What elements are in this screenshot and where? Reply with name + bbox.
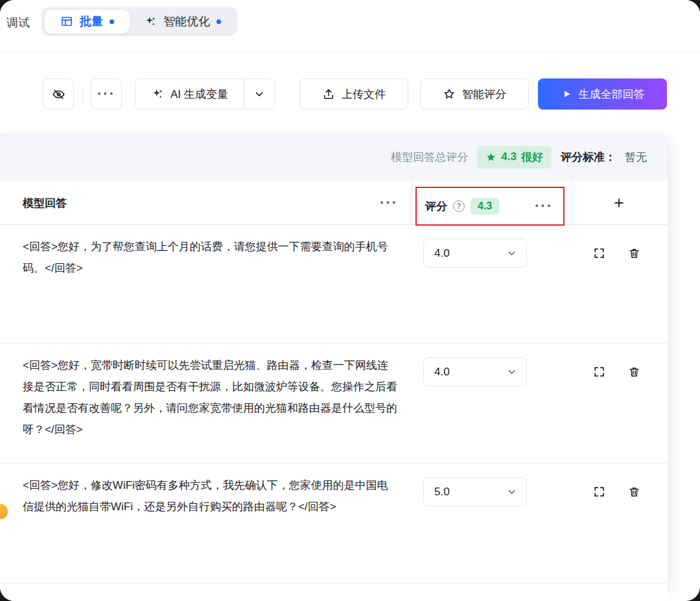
tab-debug[interactable]: 调试 — [6, 15, 30, 30]
table-row: <回答>您好，修改WiFi密码有多种方式，我先确认下，您家使用的是中国电信提供的… — [0, 464, 668, 583]
score-dropdown[interactable]: 5.0 — [423, 477, 527, 506]
help-icon[interactable]: ? — [453, 200, 465, 212]
star-filled-icon — [485, 152, 496, 163]
sparkle-icon — [144, 15, 157, 28]
ai-generate-label: AI 生成变量 — [170, 87, 228, 102]
criteria-label: 评分标准： — [561, 150, 616, 165]
total-score-text: 很好 — [521, 150, 543, 165]
smart-score-button[interactable]: 智能评分 — [420, 78, 529, 110]
generate-all-button[interactable]: 生成全部回答 — [538, 78, 667, 110]
upload-file-button[interactable]: 上传文件 — [299, 78, 408, 110]
score-dropdown[interactable]: 4.0 — [423, 239, 527, 268]
delete-row-button[interactable] — [626, 245, 642, 261]
delete-row-button[interactable] — [626, 484, 642, 499]
chevron-down-icon — [506, 248, 517, 259]
add-column-button[interactable] — [611, 194, 627, 211]
plus-icon — [612, 196, 625, 209]
tab-batch[interactable]: 批量 — [45, 10, 130, 34]
tab-optimize[interactable]: 智能优化 — [131, 10, 234, 34]
upload-file-label: 上传文件 — [342, 87, 386, 102]
total-score-label: 模型回答总评分 — [391, 150, 468, 165]
score-column-more-button[interactable]: ··· — [535, 198, 553, 215]
chevron-down-icon — [506, 366, 517, 377]
expand-row-button[interactable] — [591, 484, 607, 499]
top-tab-bar: 调试 批量 智能优化 — [0, 0, 700, 53]
expand-row-button[interactable] — [591, 364, 607, 379]
eye-off-icon — [52, 88, 65, 101]
model-answer-cell[interactable]: <回答>您好，修改WiFi密码有多种方式，我先确认下，您家使用的是中国电信提供的… — [23, 475, 397, 517]
sparkle-icon — [151, 88, 164, 100]
upload-icon — [322, 88, 335, 100]
table-row: <回答>您好，宽带时断时续可以先尝试重启光猫、路由器，检查一下网线连接是否正常，… — [0, 344, 668, 464]
score-dropdown[interactable]: 4.0 — [423, 357, 527, 386]
model-answer-cell[interactable]: <回答>您好，宽带时断时续可以先尝试重启光猫、路由器，检查一下网线连接是否正常，… — [23, 355, 397, 440]
score-dropdown-value: 5.0 — [434, 486, 450, 499]
score-column-badge: 4.3 — [471, 198, 499, 215]
expand-row-button[interactable] — [591, 245, 607, 261]
tab-batch-label: 批量 — [80, 14, 103, 29]
chevron-down-icon — [253, 88, 265, 100]
ai-generate-button[interactable]: AI 生成变量 — [135, 79, 244, 109]
table-header-row: 模型回答 ··· — [0, 181, 668, 225]
ai-generate-split-button: AI 生成变量 — [135, 78, 275, 110]
star-icon — [443, 88, 456, 100]
hide-columns-button[interactable] — [43, 78, 74, 110]
model-answer-cell[interactable]: <回答>您好，为了帮您查询上个月的话费，请您提供一下需要查询的手机号码。</回答… — [23, 236, 397, 279]
generate-all-label: 生成全部回答 — [579, 87, 645, 102]
app-window: 调试 批量 智能优化 ··· — [0, 0, 700, 601]
score-column-header: 评分 — [425, 199, 447, 214]
delete-row-button[interactable] — [626, 364, 642, 379]
summary-band: 模型回答总评分 4.3 很好 评分标准： 暂无 — [0, 133, 668, 181]
criteria-value: 暂无 — [625, 150, 647, 165]
total-score-badge: 4.3 很好 — [477, 146, 552, 169]
answer-column-header: 模型回答 — [23, 181, 67, 225]
toolbar-divider — [82, 87, 83, 101]
ai-generate-dropdown-button[interactable] — [244, 79, 275, 109]
table-icon — [60, 15, 73, 28]
chevron-down-icon — [506, 486, 517, 497]
annotation-box-score-header: 评分 ? 4.3 ··· — [415, 187, 565, 226]
tab-group: 批量 智能优化 — [41, 6, 237, 36]
unsaved-dot — [110, 19, 114, 24]
batch-table-panel: 模型回答总评分 4.3 很好 评分标准： 暂无 模型回答 ··· 评分 ? 4.… — [0, 133, 668, 601]
smart-score-label: 智能评分 — [462, 87, 506, 102]
score-dropdown-value: 4.0 — [434, 247, 450, 260]
toolbar-more-button[interactable]: ··· — [91, 78, 122, 110]
table-row: <回答>您好，为了帮您查询上个月的话费，请您提供一下需要查询的手机号码。</回答… — [0, 225, 668, 344]
answer-column-more-button[interactable]: ··· — [380, 181, 398, 225]
score-dropdown-value: 4.0 — [434, 366, 450, 379]
play-icon — [561, 88, 572, 100]
tab-optimize-label: 智能优化 — [163, 14, 210, 29]
total-score-value: 4.3 — [501, 150, 517, 163]
unsaved-dot — [216, 19, 221, 24]
